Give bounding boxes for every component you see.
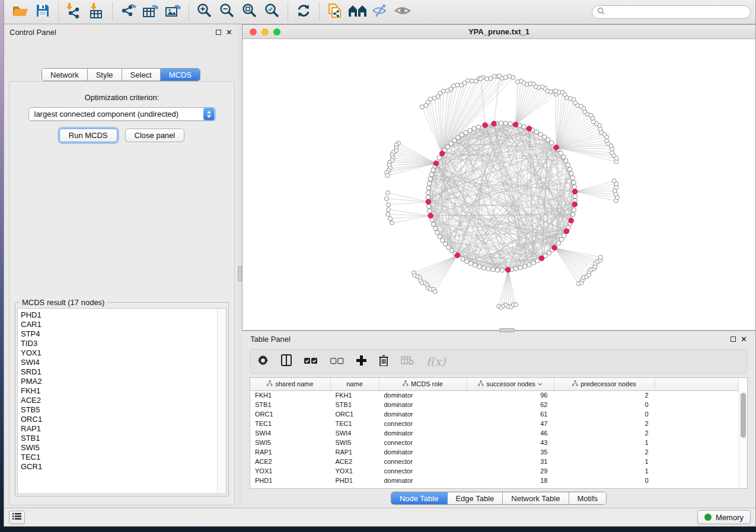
float-panel-icon[interactable] xyxy=(216,30,221,35)
columns-icon xyxy=(281,354,292,368)
mcds-result-item[interactable]: PMA2 xyxy=(21,377,217,386)
column-header-MCDS-role[interactable]: MCDS role xyxy=(379,378,467,390)
apply-layout-button[interactable] xyxy=(294,2,314,21)
mcds-result-item[interactable]: YOX1 xyxy=(21,348,217,358)
table-row[interactable]: SWI5SWI5connector431 xyxy=(250,438,739,447)
function-builder-button[interactable]: f(x) xyxy=(426,355,446,368)
export-image-icon xyxy=(165,3,181,21)
table-row[interactable]: ACE2ACE2connector311 xyxy=(250,457,739,466)
close-panel-icon[interactable]: ✕ xyxy=(226,30,232,35)
column-header-successor-nodes[interactable]: successor nodes xyxy=(467,378,554,390)
first-neighbors-button[interactable] xyxy=(347,2,368,21)
show-all-button[interactable] xyxy=(393,2,413,21)
search-box[interactable] xyxy=(592,5,751,19)
table-toolbar: f(x) xyxy=(250,349,748,374)
export-network-icon xyxy=(120,3,136,21)
table-row[interactable]: ORC1ORC1dominator610 xyxy=(250,409,739,419)
task-history-button[interactable] xyxy=(9,511,25,524)
table-row[interactable]: TEC1TEC1connector472 xyxy=(250,419,739,428)
table-panel-title: Table Panel xyxy=(250,335,731,344)
tab-network[interactable]: Network xyxy=(42,69,88,81)
mcds-result-item[interactable]: STB5 xyxy=(21,405,217,415)
import-network-button[interactable] xyxy=(64,2,84,21)
save-session-button[interactable] xyxy=(33,2,53,21)
horizontal-splitter-grip[interactable] xyxy=(499,328,515,332)
search-input[interactable] xyxy=(608,8,745,16)
network-from-selection-button[interactable] xyxy=(325,2,345,21)
delete-table-button[interactable] xyxy=(401,356,414,367)
table-type-tabs: Node TableEdge TableNetwork TableMotifs xyxy=(391,492,607,505)
zoom-out-button[interactable] xyxy=(217,2,237,21)
zoom-in-button[interactable] xyxy=(194,2,215,21)
toolbar-separator xyxy=(288,3,288,21)
table-row[interactable]: YOX1YOX1connector291 xyxy=(250,466,739,476)
add-column-button[interactable] xyxy=(356,355,366,368)
mcds-result-item[interactable]: STP4 xyxy=(21,329,217,339)
mcds-result-item[interactable]: PHD1 xyxy=(21,310,217,320)
table-row[interactable]: PHD1PHD1dominator180 xyxy=(250,476,739,485)
hide-selected-button[interactable] xyxy=(370,2,390,21)
tab-node-table[interactable]: Node Table xyxy=(391,492,448,504)
tab-select[interactable]: Select xyxy=(122,69,161,81)
mcds-result-item[interactable]: SWI5 xyxy=(21,443,217,453)
delete-column-button[interactable] xyxy=(379,355,388,368)
criterion-dropdown[interactable]: largest connected component (undirected) xyxy=(28,107,216,121)
import-table-button[interactable] xyxy=(87,2,107,21)
vertical-splitter[interactable] xyxy=(238,24,242,508)
table-scrollbar-thumb[interactable] xyxy=(741,393,746,438)
column-header-predecessor-nodes[interactable]: predecessor nodes xyxy=(554,378,655,390)
tab-mcds[interactable]: MCDS xyxy=(161,69,200,81)
table-row[interactable]: RAP1RAP1dominator352 xyxy=(250,447,739,457)
tab-motifs[interactable]: Motifs xyxy=(569,492,606,504)
column-header-shared-name[interactable]: shared name xyxy=(250,378,330,390)
tree-icon xyxy=(572,380,578,387)
float-table-panel-icon[interactable] xyxy=(731,336,736,342)
open-file-button[interactable] xyxy=(10,2,30,21)
zoom-fit-button[interactable] xyxy=(240,2,260,21)
column-header-name[interactable]: name xyxy=(330,378,379,390)
show-columns-button[interactable] xyxy=(281,354,292,368)
table-row[interactable]: STB1STB1dominator620 xyxy=(250,400,739,409)
floppy-disk-icon xyxy=(36,4,50,20)
mcds-result-item[interactable]: CAR1 xyxy=(21,320,217,329)
mcds-result-item[interactable]: ACE2 xyxy=(21,396,217,405)
mcds-result-item[interactable]: GCR1 xyxy=(21,462,217,472)
select-all-button[interactable] xyxy=(304,356,318,367)
mcds-result-item[interactable]: FKH1 xyxy=(21,386,217,396)
tab-network-table[interactable]: Network Table xyxy=(503,492,569,504)
mcds-result-item[interactable]: RAP1 xyxy=(21,424,217,434)
mcds-result-item[interactable]: SRD1 xyxy=(21,367,217,377)
mcds-result-list[interactable]: PHD1CAR1STP4TID3YOX1SWI4SRD1PMA2FKH1ACE2… xyxy=(17,308,227,494)
node-table: shared namenameMCDS rolesuccessor nodesp… xyxy=(250,377,748,489)
mcds-result-title: MCDS result (17 nodes) xyxy=(20,298,107,307)
mcds-result-item[interactable]: STB1 xyxy=(21,434,217,443)
mcds-result-item[interactable]: SWI4 xyxy=(21,358,217,367)
export-network-button[interactable] xyxy=(118,2,138,21)
main-toolbar xyxy=(4,0,755,24)
table-settings-button[interactable] xyxy=(257,355,269,368)
close-panel-button[interactable]: Close panel xyxy=(125,129,185,142)
close-table-panel-icon[interactable]: ✕ xyxy=(741,336,747,342)
export-table-button[interactable] xyxy=(141,2,161,21)
mcds-result-item[interactable]: TEC1 xyxy=(21,453,217,462)
deselect-all-button[interactable] xyxy=(330,356,344,367)
unchecked-boxes-icon xyxy=(330,356,344,367)
list-icon xyxy=(12,512,21,523)
tab-style[interactable]: Style xyxy=(88,69,122,81)
zoom-selected-button[interactable] xyxy=(262,2,282,21)
network-view-window: YPA_prune.txt_1 xyxy=(242,24,755,331)
export-table-icon xyxy=(142,3,159,21)
table-row[interactable]: FKH1FKH1dominator962 xyxy=(250,390,739,400)
memory-button[interactable]: Memory xyxy=(697,510,751,524)
network-canvas[interactable] xyxy=(243,39,755,330)
tab-edge-table[interactable]: Edge Table xyxy=(447,492,503,504)
mcds-list-scrollbar[interactable] xyxy=(217,309,226,493)
table-row[interactable]: SWI4SWI4dominator462 xyxy=(250,428,739,438)
export-image-button[interactable] xyxy=(163,2,183,21)
run-mcds-button[interactable]: Run MCDS xyxy=(59,129,117,142)
sort-chevron-icon xyxy=(538,383,543,386)
splitter-grip[interactable] xyxy=(238,266,242,281)
mcds-result-item[interactable]: ORC1 xyxy=(21,415,217,424)
mcds-result-item[interactable]: TID3 xyxy=(21,339,217,348)
table-scrollbar[interactable] xyxy=(739,391,747,488)
